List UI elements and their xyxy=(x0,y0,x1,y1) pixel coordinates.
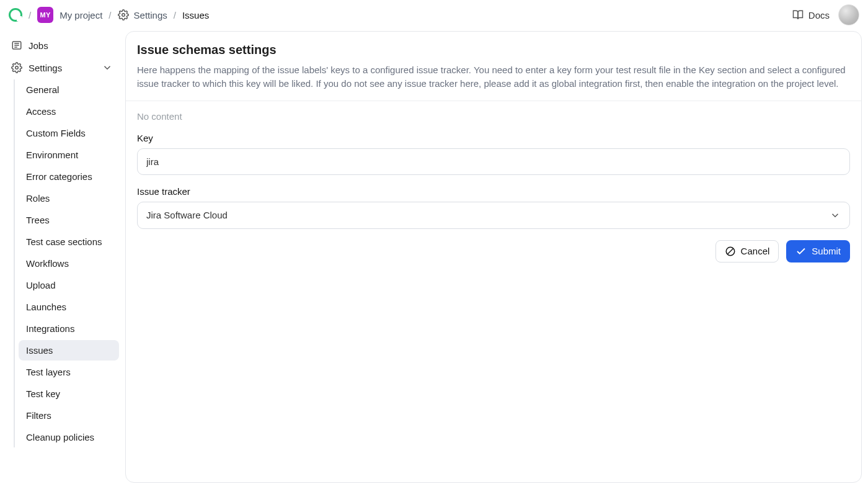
sidebar-item-label: Jobs xyxy=(29,40,48,51)
sidebar-sub-item[interactable]: Roles xyxy=(19,188,119,209)
tracker-label: Issue tracker xyxy=(137,186,850,197)
breadcrumb-separator: / xyxy=(174,10,176,20)
sidebar-item-label: Settings xyxy=(29,63,62,73)
chevron-down-icon xyxy=(830,210,841,221)
key-label: Key xyxy=(137,133,850,143)
sidebar-sub-item[interactable]: Test key xyxy=(19,384,119,404)
svg-point-2 xyxy=(16,66,19,70)
sidebar-sub-item[interactable]: Upload xyxy=(19,275,119,295)
sidebar-sub-item[interactable]: Workflows xyxy=(19,253,119,274)
submit-button[interactable]: Submit xyxy=(786,240,850,262)
main-panel: Issue schemas settings Here happens the … xyxy=(125,31,862,483)
app-logo[interactable] xyxy=(9,8,22,22)
docs-link[interactable]: Docs xyxy=(792,9,830,20)
page-title: Issue schemas settings xyxy=(137,43,850,57)
gear-icon xyxy=(118,9,129,20)
sidebar-sub-item[interactable]: Custom Fields xyxy=(19,123,119,143)
jobs-icon xyxy=(11,40,22,51)
cancel-button[interactable]: Cancel xyxy=(715,240,779,262)
user-avatar[interactable] xyxy=(838,4,859,25)
breadcrumb-separator: / xyxy=(29,10,31,20)
svg-line-4 xyxy=(727,248,733,254)
chevron-down-icon xyxy=(102,62,113,73)
cancel-icon xyxy=(725,246,736,257)
sidebar-sub-item[interactable]: General xyxy=(19,79,119,100)
sidebar-sub-item[interactable]: Cleanup policies xyxy=(19,427,119,447)
sidebar-sub-item[interactable]: Environment xyxy=(19,145,119,165)
sidebar-item-jobs[interactable]: Jobs xyxy=(5,35,119,56)
breadcrumb-settings[interactable]: Settings xyxy=(118,9,167,20)
sidebar: Jobs Settings GeneralAccessCustom Fields… xyxy=(0,30,124,489)
sidebar-item-settings[interactable]: Settings xyxy=(5,57,119,78)
key-input[interactable] xyxy=(137,148,850,175)
sidebar-sub-item[interactable]: Test case sections xyxy=(19,231,119,252)
gear-icon xyxy=(11,62,22,73)
sidebar-sub-item[interactable]: Access xyxy=(19,101,119,122)
sidebar-sub-item[interactable]: Trees xyxy=(19,210,119,230)
project-badge[interactable]: MY xyxy=(37,7,53,23)
svg-point-0 xyxy=(122,14,125,17)
no-content-label: No content xyxy=(137,111,850,122)
sidebar-sub-item[interactable]: Error categories xyxy=(19,166,119,187)
sidebar-sub-item[interactable]: Filters xyxy=(19,405,119,426)
tracker-value: Jira Software Cloud xyxy=(146,210,228,220)
breadcrumb: / MY My project / Settings / Issues xyxy=(9,7,209,23)
sidebar-sub-item[interactable]: Test layers xyxy=(19,362,119,382)
sidebar-sub-item[interactable]: Launches xyxy=(19,297,119,317)
sidebar-sub-item[interactable]: Integrations xyxy=(19,318,119,339)
breadcrumb-separator: / xyxy=(108,10,111,20)
page-description: Here happens the mapping of the issue la… xyxy=(137,63,850,91)
book-icon xyxy=(792,9,804,20)
breadcrumb-project[interactable]: My project xyxy=(60,10,102,20)
tracker-select[interactable]: Jira Software Cloud xyxy=(137,202,850,229)
breadcrumb-current: Issues xyxy=(182,10,209,20)
check-icon xyxy=(795,246,807,257)
sidebar-sub-item[interactable]: Issues xyxy=(19,340,119,361)
